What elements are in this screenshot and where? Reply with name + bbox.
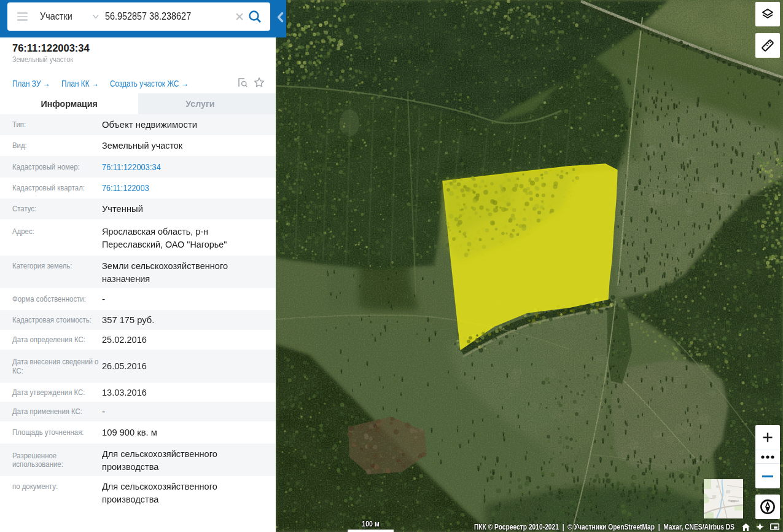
svg-text:Нагорье: Нагорье bbox=[728, 499, 739, 503]
